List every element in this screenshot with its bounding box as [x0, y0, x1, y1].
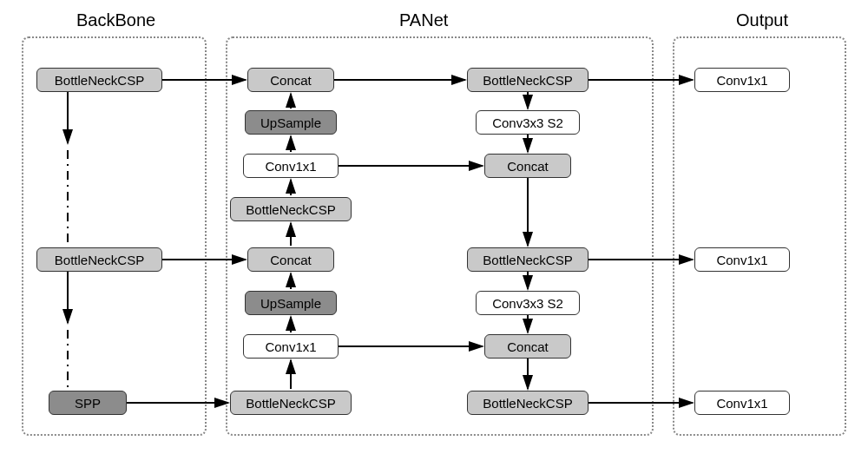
- block-p2-conv3x3-top: Conv3x3 S2: [476, 110, 580, 135]
- block-bb-csp-mid: BottleNeckCSP: [36, 247, 162, 272]
- block-bb-csp-top: BottleNeckCSP: [36, 68, 162, 92]
- block-bb-spp: SPP: [49, 391, 127, 415]
- block-out-conv2: Conv1x1: [694, 247, 790, 272]
- block-p-conv1x1-mid: Conv1x1: [243, 334, 339, 359]
- block-p-csp-mid: BottleNeckCSP: [230, 197, 352, 221]
- block-p-concat-mid: Concat: [247, 247, 334, 272]
- block-out-conv3: Conv1x1: [694, 391, 790, 415]
- block-p2-csp-bot: BottleNeckCSP: [467, 391, 589, 415]
- block-out-conv1: Conv1x1: [694, 68, 790, 92]
- block-p-concat-top: Concat: [247, 68, 334, 92]
- section-title-output: Output: [736, 10, 788, 30]
- block-p-upsample-top: UpSample: [245, 110, 337, 135]
- section-title-backbone: BackBone: [76, 10, 155, 30]
- section-box-backbone: [22, 36, 207, 436]
- section-box-panet: [226, 36, 654, 436]
- block-p2-concat-mid: Concat: [484, 334, 571, 359]
- block-p-csp-bot: BottleNeckCSP: [230, 391, 352, 415]
- block-p2-conv3x3-mid: Conv3x3 S2: [476, 291, 580, 315]
- block-p-upsample-mid: UpSample: [245, 291, 337, 315]
- section-title-panet: PANet: [399, 10, 448, 30]
- block-p-conv1x1-top: Conv1x1: [243, 154, 339, 178]
- section-box-output: [673, 36, 846, 436]
- block-p2-csp-mid: BottleNeckCSP: [467, 247, 589, 272]
- block-p2-concat-top: Concat: [484, 154, 571, 178]
- block-p2-csp-top: BottleNeckCSP: [467, 68, 589, 92]
